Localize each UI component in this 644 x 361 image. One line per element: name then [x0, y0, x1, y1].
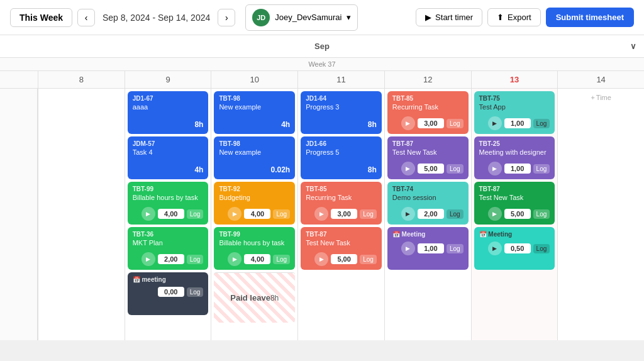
user-dropdown-icon: ▾ [347, 13, 351, 22]
play-button[interactable]: ▶ [401, 207, 415, 221]
play-button[interactable]: ▶ [488, 116, 502, 130]
task-card[interactable]: TBT-36 MKT Plan ▶ Log [128, 227, 209, 270]
log-button[interactable]: Log [360, 255, 377, 264]
task-card[interactable]: 📅 meeting Log [128, 272, 209, 315]
task-card[interactable]: JDM-57 Task 4 4h [128, 136, 209, 179]
day-col-14: +Time [557, 89, 644, 340]
task-card[interactable]: TBT-74 Demo session ▶ Log [387, 182, 469, 225]
log-button[interactable]: Log [533, 209, 550, 219]
play-button[interactable]: ▶ [142, 207, 155, 221]
task-card[interactable]: TBT-87 Test New Task ▶ Log [387, 136, 469, 179]
time-input[interactable] [331, 254, 357, 264]
time-input[interactable] [418, 118, 444, 128]
log-button[interactable]: Log [187, 287, 204, 297]
task-card[interactable]: 📅 Meeting ▶ Log [474, 227, 555, 270]
prev-week-button[interactable]: ‹ [77, 9, 95, 26]
next-week-button[interactable]: › [218, 9, 235, 26]
calendar-body: JD1-67 aaaa 8h JDM-57 Task 4 4h TBT-99 B… [0, 89, 644, 340]
header: This Week ‹ Sep 8, 2024 - Sep 14, 2024 ›… [0, 0, 644, 35]
task-card[interactable]: TBT-85 Recurring Task ▶ Log [301, 182, 382, 225]
task-card[interactable]: TBT-25 Meeting with designer ▶ Log [474, 136, 555, 179]
start-timer-label: Start timer [435, 13, 473, 22]
play-button[interactable]: ▶ [142, 252, 155, 266]
time-input[interactable] [158, 254, 184, 264]
day-header-11: 11 [297, 71, 384, 88]
log-button[interactable]: Log [447, 164, 464, 174]
task-card[interactable]: TBT-92 Budgeting ▶ Log [214, 182, 295, 225]
day-col-12: TBT-85 Recurring Task ▶ Log TBT-87 Test … [384, 89, 471, 340]
play-button[interactable]: ▶ [314, 207, 328, 221]
log-button[interactable]: Log [447, 244, 464, 253]
task-card[interactable]: JD1-64 Progress 3 8h [301, 91, 382, 134]
time-input[interactable] [504, 209, 531, 219]
task-card[interactable]: JD1-67 aaaa 8h [128, 91, 209, 134]
paid-leave-cell: Paid leave8h [214, 272, 295, 323]
task-card[interactable]: TBT-98 New example 4h [214, 91, 295, 134]
day-header-12: 12 [384, 71, 471, 88]
user-name: Joey_DevSamurai [275, 13, 341, 22]
time-input[interactable] [331, 209, 357, 219]
day-header-9: 9 [125, 71, 211, 88]
task-card[interactable]: TBT-87 Test New Task ▶ Log [301, 227, 382, 270]
play-button[interactable]: ▶ [228, 207, 242, 221]
task-card[interactable]: 📅 Meeting ▶ Log [387, 227, 469, 270]
play-button[interactable]: ▶ [401, 116, 415, 130]
calendar: Sep ∨ Week 37 8 9 10 11 12 13 14 JD1-67 … [0, 35, 644, 340]
play-button[interactable]: ▶ [314, 252, 328, 266]
day-header-13: 13 [471, 71, 558, 88]
log-button[interactable]: Log [187, 255, 204, 264]
start-timer-button[interactable]: ▶ Start timer [416, 8, 482, 26]
time-input[interactable] [244, 254, 270, 264]
task-card[interactable]: TBT-75 Test App ▶ Log [474, 91, 555, 134]
time-input[interactable] [418, 164, 444, 174]
add-time-button[interactable]: +Time [560, 91, 641, 104]
play-button[interactable]: ▶ [488, 242, 502, 255]
time-input[interactable] [418, 243, 444, 253]
play-button[interactable]: ▶ [488, 207, 502, 221]
log-button[interactable]: Log [360, 209, 377, 219]
submit-timesheet-button[interactable]: Submit timesheet [546, 8, 634, 27]
user-selector[interactable]: JD Joey_DevSamurai ▾ [245, 4, 358, 31]
export-button[interactable]: ⬆ Export [487, 8, 541, 26]
log-button[interactable]: Log [273, 255, 290, 264]
export-label: Export [508, 13, 531, 22]
time-input[interactable] [244, 209, 270, 219]
task-card[interactable]: JD1-66 Progress 5 8h [301, 136, 382, 179]
play-icon: ▶ [425, 13, 431, 22]
log-button[interactable]: Log [447, 119, 464, 128]
play-button[interactable]: ▶ [401, 242, 415, 255]
day-col-13: TBT-75 Test App ▶ Log TBT-25 Meeting wit… [471, 89, 558, 340]
time-input[interactable] [504, 243, 531, 253]
log-button[interactable]: Log [447, 209, 464, 219]
day-col-10: TBT-98 New example 4h TBT-98 New example… [211, 89, 297, 340]
task-card[interactable]: TBT-99 Billable hours by task ▶ Log [128, 182, 209, 225]
task-card[interactable]: TBT-98 New example 0.02h [214, 136, 295, 179]
day-header-14: 14 [557, 71, 644, 88]
time-input[interactable] [158, 209, 184, 219]
month-label: Sep [314, 42, 330, 51]
task-card[interactable]: TBT-87 Test New Task ▶ Log [474, 182, 555, 225]
month-header: Sep ∨ [0, 35, 644, 58]
time-input[interactable] [504, 118, 531, 128]
day-header-10: 10 [211, 71, 297, 88]
collapse-icon[interactable]: ∨ [630, 42, 636, 51]
week-header: Week 37 8 9 10 11 12 13 14 [0, 58, 644, 89]
play-button[interactable]: ▶ [228, 252, 242, 266]
time-input[interactable] [158, 287, 184, 297]
log-button[interactable]: Log [273, 209, 290, 219]
export-icon: ⬆ [497, 13, 504, 22]
task-card[interactable]: TBT-99 Billable hours by task ▶ Log [214, 227, 295, 270]
log-button[interactable]: Log [533, 164, 550, 174]
play-button[interactable]: ▶ [488, 162, 502, 175]
week-label: Week 37 [0, 58, 644, 71]
log-button[interactable]: Log [187, 209, 204, 219]
task-card[interactable]: TBT-85 Recurring Task ▶ Log [387, 91, 469, 134]
play-button[interactable]: ▶ [401, 162, 415, 175]
time-input[interactable] [504, 164, 531, 174]
time-input[interactable] [418, 209, 444, 219]
date-range: Sep 8, 2024 - Sep 14, 2024 [103, 13, 210, 23]
log-button[interactable]: Log [533, 119, 550, 128]
this-week-button[interactable]: This Week [10, 8, 72, 27]
day-col-8 [38, 89, 125, 340]
log-button[interactable]: Log [533, 244, 550, 253]
